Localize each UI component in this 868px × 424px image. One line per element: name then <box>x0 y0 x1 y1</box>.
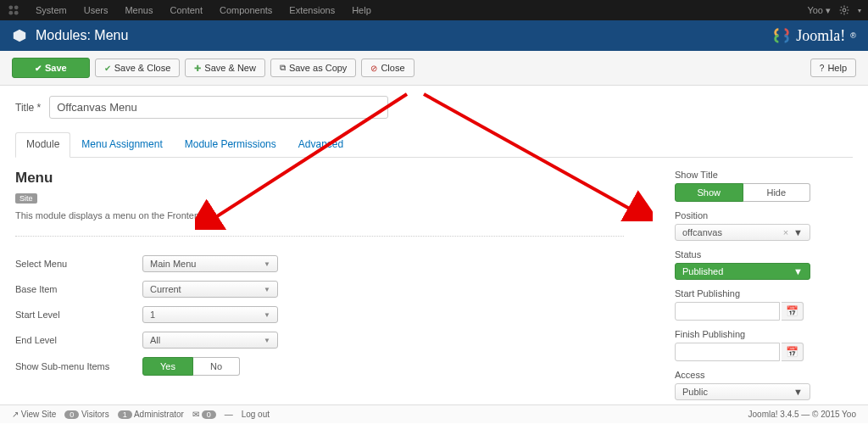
admin-topbar: System Users Menus Content Components Ex… <box>0 0 868 20</box>
show-title-label: Show Title <box>675 170 853 180</box>
svg-point-0 <box>8 5 13 9</box>
admin-count[interactable]: 1 Administrator <box>118 410 184 419</box>
svg-point-4 <box>843 8 846 12</box>
position-label: Position <box>675 210 853 220</box>
topnav-components[interactable]: Components <box>211 5 281 15</box>
close-button[interactable]: ⊘ Close <box>361 59 414 77</box>
chevron-down-icon: ▼ <box>793 387 803 397</box>
calendar-icon: 📅 <box>786 346 798 358</box>
start-publishing-input[interactable] <box>675 302 780 321</box>
help-button[interactable]: ? Help <box>810 59 856 77</box>
publish-panel: Show Title Show Hide Position offcanvas×… <box>675 170 853 409</box>
topnav-help[interactable]: Help <box>343 5 380 15</box>
save-close-button[interactable]: ✔ Save & Close <box>95 59 181 77</box>
show-title-show[interactable]: Show <box>675 183 743 202</box>
show-submenu-no[interactable]: No <box>193 357 240 376</box>
chevron-down-icon: ▼ <box>264 337 270 344</box>
start-level-dropdown[interactable]: 1▼ <box>142 306 278 323</box>
svg-point-2 <box>8 11 13 15</box>
chevron-down-icon: ▼ <box>264 286 270 293</box>
joomla-logo-icon <box>772 26 791 45</box>
topnav-extensions[interactable]: Extensions <box>281 5 343 15</box>
save-button[interactable]: ✔ Save <box>12 58 90 78</box>
calendar-icon: 📅 <box>786 305 798 317</box>
tab-advanced[interactable]: Advanced <box>287 132 354 158</box>
show-submenu-label: Show Sub-menu Items <box>15 361 142 371</box>
end-level-dropdown[interactable]: All▼ <box>142 332 278 349</box>
end-level-label: End Level <box>15 335 142 345</box>
joomla-brand: Joomla!® <box>772 26 856 45</box>
svg-point-3 <box>14 11 19 15</box>
topnav-content[interactable]: Content <box>161 5 211 15</box>
messages-link[interactable]: ✉ 0 <box>192 410 216 419</box>
chevron-down-icon: ▾ <box>858 7 861 14</box>
chevron-down-icon: ▼ <box>793 227 803 237</box>
status-label: Status <box>675 249 853 259</box>
calendar-button[interactable]: 📅 <box>782 343 804 361</box>
module-description: This module displays a menu on the Front… <box>15 210 624 237</box>
joomla-icon <box>7 3 20 17</box>
question-icon: ? <box>820 64 825 73</box>
content-area: Title * Module Menu Assignment Module Pe… <box>0 86 868 423</box>
close-icon: ⊘ <box>370 64 377 73</box>
tab-module[interactable]: Module <box>15 132 70 158</box>
select-menu-label: Select Menu <box>15 259 142 269</box>
status-select[interactable]: Published▼ <box>675 263 810 280</box>
check-icon: ✔ <box>104 64 111 73</box>
select-menu-dropdown[interactable]: Main Menu▼ <box>142 255 278 272</box>
access-label: Access <box>675 370 853 380</box>
position-select[interactable]: offcanvas×▼ <box>675 224 810 241</box>
chevron-down-icon: ▼ <box>793 266 803 276</box>
page-title: Modules: Menu <box>36 28 772 43</box>
svg-line-11 <box>841 13 842 14</box>
calendar-button[interactable]: 📅 <box>782 302 804 321</box>
visitors-count[interactable]: 0 Visitors <box>64 410 108 419</box>
topnav-menu: System Users Menus Content Components Ex… <box>27 5 380 15</box>
version-text: Joomla! 3.4.5 — © 2015 Yoo <box>748 410 856 419</box>
action-toolbar: ✔ Save ✔ Save & Close ✚ Save & New ⧉ Sav… <box>0 51 868 86</box>
show-submenu-toggle: Yes No <box>142 357 240 376</box>
show-title-hide[interactable]: Hide <box>743 183 811 202</box>
finish-publishing-input[interactable] <box>675 343 780 361</box>
topnav-menus[interactable]: Menus <box>116 5 161 15</box>
chevron-down-icon: ▾ <box>826 5 831 15</box>
clear-icon[interactable]: × <box>783 227 788 237</box>
base-item-dropdown[interactable]: Current▼ <box>142 281 278 298</box>
status-bar: ↗ View Site 0 Visitors 1 Administrator ✉… <box>0 404 868 423</box>
module-panel: Menu Site This module displays a menu on… <box>15 170 624 409</box>
svg-line-12 <box>847 7 848 8</box>
tab-module-permissions[interactable]: Module Permissions <box>174 132 287 158</box>
show-submenu-yes[interactable]: Yes <box>142 357 193 376</box>
topnav-users[interactable]: Users <box>75 5 117 15</box>
plus-icon: ✚ <box>194 64 201 73</box>
topnav-system[interactable]: System <box>27 5 75 15</box>
copy-icon: ⧉ <box>280 63 286 73</box>
client-badge: Site <box>15 193 37 204</box>
page-header: Modules: Menu Joomla!® <box>0 20 868 51</box>
logout-link[interactable]: Log out <box>242 410 270 419</box>
start-publishing-label: Start Publishing <box>675 288 853 298</box>
topnav-user[interactable]: Yoo ▾ <box>807 5 831 16</box>
base-item-label: Base Item <box>15 284 142 294</box>
save-copy-button[interactable]: ⧉ Save as Copy <box>270 59 356 77</box>
title-label: Title * <box>15 102 41 114</box>
view-site-link[interactable]: ↗ View Site <box>12 410 56 419</box>
tab-bar: Module Menu Assignment Module Permission… <box>15 132 853 158</box>
finish-publishing-label: Finish Publishing <box>675 329 853 339</box>
tab-menu-assignment[interactable]: Menu Assignment <box>70 132 173 158</box>
external-icon: ↗ <box>12 410 19 419</box>
module-heading: Menu <box>15 170 624 187</box>
module-icon <box>12 28 27 43</box>
gear-icon[interactable] <box>839 5 849 15</box>
mail-icon: ✉ <box>192 410 199 419</box>
svg-line-9 <box>841 7 842 8</box>
svg-line-10 <box>847 13 848 14</box>
chevron-down-icon: ▼ <box>264 311 270 319</box>
title-input[interactable] <box>49 96 388 119</box>
start-level-label: Start Level <box>15 310 142 320</box>
show-title-toggle: Show Hide <box>675 183 810 202</box>
save-new-button[interactable]: ✚ Save & New <box>185 59 265 77</box>
access-select[interactable]: Public▼ <box>675 383 810 400</box>
svg-point-1 <box>14 5 19 9</box>
check-icon: ✔ <box>35 64 42 73</box>
